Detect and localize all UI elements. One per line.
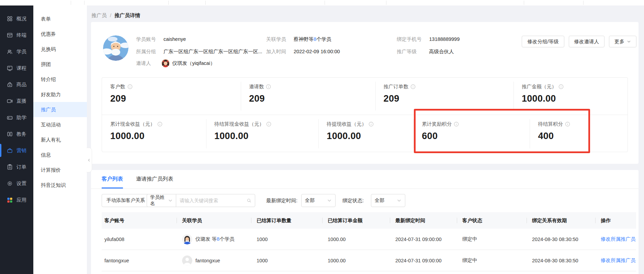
submenu-item-interactive[interactable]: 互动活动 — [33, 117, 87, 132]
header-bind-time: 最新绑定时间 — [390, 212, 457, 229]
info-icon[interactable] — [157, 122, 162, 127]
goods-icon — [7, 81, 13, 88]
breadcrumb-parent[interactable]: 推广员 — [91, 12, 107, 18]
promoter-detail-card: 学员账号 caishenye 所属分组 广东一区组广东一区组广东一区组广东一区.… — [91, 22, 639, 164]
change-promoter-link[interactable]: 修改所属推广员 — [601, 236, 636, 242]
sidebar-item-students[interactable]: 学员 — [0, 43, 33, 60]
info-icon[interactable] — [127, 84, 133, 89]
sidebar-item-goods[interactable]: 商品 — [0, 76, 33, 93]
submenu-item-newcomer-gift[interactable]: 新人有礼 — [33, 132, 87, 147]
sidebar-item-marketing[interactable]: 营销 — [0, 142, 33, 159]
submenu-item-douyin[interactable]: 抖音泛知识 — [33, 178, 87, 193]
chevron-down-icon — [397, 198, 402, 203]
stat-promo-orders: 推广订单数 209 — [375, 78, 513, 115]
sidebar-item-orders[interactable]: 订单 — [0, 159, 33, 175]
info-icon[interactable] — [454, 122, 459, 127]
search-input[interactable] — [180, 198, 247, 203]
courses-icon — [7, 65, 13, 71]
tab-separator — [84, 1, 84, 5]
field-value: caishenye — [163, 36, 186, 42]
sidebar-collapse-handle[interactable] — [87, 148, 92, 172]
filter-bar: 手动添加客户关系 学员姓名 最新绑定时间: 全部 绑定状态: 全部 — [102, 194, 631, 207]
field-label: 邀请人 — [136, 60, 151, 67]
sidebar-item-apps[interactable]: 应用 — [0, 192, 33, 208]
row-avatar-default — [182, 255, 192, 266]
sidebar-item-assist[interactable]: 助学 — [0, 109, 33, 126]
submenu-item-group-buy[interactable]: 拼团 — [33, 57, 87, 72]
submenu-item-coupons[interactable]: 优惠券 — [33, 26, 87, 42]
submenu-item-messages[interactable]: 信息 — [33, 147, 87, 162]
info-icon[interactable] — [558, 84, 564, 89]
settings-icon — [7, 180, 13, 187]
tab-separator — [583, 1, 584, 5]
info-icon[interactable] — [369, 122, 374, 127]
bind-status-select[interactable]: 全部 — [371, 194, 405, 207]
sidebar-item-terminal[interactable]: 终端 — [0, 27, 33, 43]
submenu-item-promoter[interactable]: 推广员 — [33, 102, 87, 117]
terminal-icon — [7, 32, 13, 38]
chevron-down-icon — [168, 198, 173, 203]
button-label: 修改邀请人 — [574, 38, 599, 45]
stat-label: 累计现金收益（元） — [110, 121, 155, 127]
related-count[interactable]: 8 — [314, 36, 316, 42]
sidebar-item-academic[interactable]: 教务 — [0, 126, 33, 142]
related-prefix: fantongxue — [195, 258, 220, 263]
cell-related: 仪璐发 等8个学员 — [177, 229, 251, 250]
inviter-name: 仪琪发（yiqifacai） — [172, 60, 215, 67]
select-value: 学员姓名 — [150, 194, 168, 207]
breadcrumb-separator: / — [110, 12, 111, 18]
sidebar-item-label: 直播 — [16, 98, 26, 104]
sidebar-item-label: 概况 — [16, 15, 26, 22]
stat-label: 客户数 — [110, 83, 125, 90]
sidebar-item-courses[interactable]: 课程 — [0, 60, 33, 76]
related-name: fantongxue — [195, 258, 220, 263]
table-row: fantongxue fantongxue 1000 — [102, 250, 636, 271]
sidebar-item-live[interactable]: 直播 — [0, 93, 33, 109]
tab-separator — [71, 1, 71, 5]
stat-label: 待结算现金收益（元） — [214, 121, 264, 127]
breadcrumb-current: 推广员详情 — [114, 12, 140, 18]
stats-row-2: 累计现金收益（元） 1000.00 待结算现金收益（元） 1000.00 待提现… — [102, 115, 628, 152]
submenu-item-forms[interactable]: 表单 — [33, 11, 87, 26]
search-icon[interactable] — [247, 198, 251, 203]
tabs: 客户列表 邀请推广员列表 — [91, 170, 639, 189]
info-icon[interactable] — [410, 84, 416, 89]
change-promoter-link[interactable]: 修改所属推广员 — [601, 257, 636, 264]
tab-invited-promoters[interactable]: 邀请推广员列表 — [136, 175, 173, 189]
field-related: 关联学员 蔡神野等8个学员 — [266, 35, 331, 43]
sidebar-item-label: 订单 — [16, 164, 26, 170]
related-name: 仪璐发 等8个学员 — [195, 236, 235, 242]
table-row: yilufa008 仪璐发 等8个学员 — [102, 229, 636, 250]
sidebar-item-settings[interactable]: 设置 — [0, 175, 33, 192]
assist-icon — [7, 114, 13, 121]
more-button[interactable]: 更多 — [609, 36, 636, 47]
stat-promo-amount: 推广金额（元） 1000.00 — [513, 78, 628, 115]
tab-customer-list[interactable]: 客户列表 — [102, 175, 123, 189]
field-label: 所属分组 — [136, 48, 156, 55]
info-icon[interactable] — [266, 84, 271, 89]
edit-group-level-button[interactable]: 修改分组/等级 — [522, 36, 564, 47]
stat-label: 累计奖励积分 — [422, 121, 452, 127]
stats-row-1: 客户数 209 邀请数 209 推广订单数 209 推广金额（元） 1000.0… — [102, 78, 628, 115]
bind-time-select[interactable]: 全部 — [301, 194, 336, 207]
tab-separator — [386, 1, 386, 5]
related-count[interactable]: 8 — [217, 236, 219, 242]
search-field-select[interactable]: 学员姓名 — [147, 194, 176, 207]
submenu-item-friend-boost[interactable]: 好友助力 — [33, 87, 87, 102]
field-label: 学员账号 — [136, 36, 156, 43]
related-prefix: 仪璐发 等 — [195, 236, 217, 242]
add-customer-relation-button[interactable]: 手动添加客户关系 — [102, 194, 150, 207]
info-icon[interactable] — [266, 122, 271, 127]
row-avatar — [182, 234, 192, 244]
info-icon[interactable] — [565, 122, 570, 127]
stat-customers: 客户数 209 — [102, 78, 241, 115]
submenu-item-quote-calc[interactable]: 计算报价 — [33, 162, 87, 178]
field-value: 广东一区组广东一区组广东一区组广东一区... — [163, 48, 262, 55]
header-actions: 操作 — [595, 212, 636, 229]
edit-inviter-button[interactable]: 修改邀请人 — [569, 36, 605, 47]
sidebar-item-overview[interactable]: 概况 — [0, 10, 33, 27]
submenu-item-referral[interactable]: 转介绍 — [33, 72, 87, 87]
stat-total-cash: 累计现金收益（元） 1000.00 — [102, 115, 206, 152]
chevron-down-icon — [627, 39, 631, 44]
submenu-item-redeem-codes[interactable]: 兑换码 — [33, 42, 87, 57]
